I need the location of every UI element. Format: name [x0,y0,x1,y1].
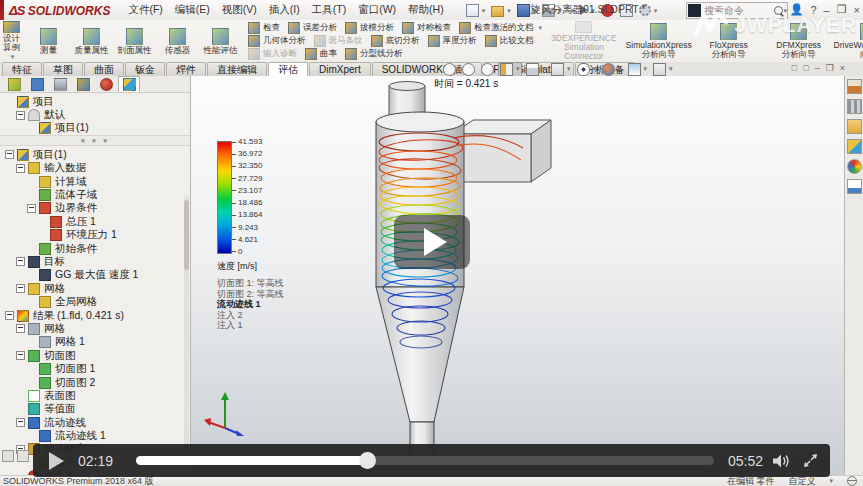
video-play-button[interactable] [49,452,64,470]
ribbon-button[interactable]: 底切分析 [371,35,420,47]
document-window-button[interactable]: ❐ [826,63,834,73]
tree-expander-icon[interactable] [16,351,25,360]
tree-item[interactable]: 全局网格 [0,295,190,308]
tree-item[interactable]: 环境压力 1 [0,229,190,242]
video-play-overlay[interactable] [394,215,470,269]
menu-item[interactable]: 帮助(H) [402,3,450,17]
volume-icon[interactable] [773,454,791,468]
video-progress-bar[interactable] [136,456,714,465]
heads-up-icon[interactable] [499,63,521,76]
heads-up-icon[interactable] [461,63,476,76]
menu-item[interactable]: 窗口(W) [352,3,402,17]
feature-manager-tab[interactable] [95,76,117,92]
tree-item[interactable]: 网格 [0,322,190,335]
tree-item[interactable]: 流动迹线 [0,416,190,429]
feature-manager-tab[interactable] [72,76,94,92]
tree-item[interactable]: 流体子域 [0,188,190,201]
tree-expander-icon[interactable] [16,111,25,120]
ribbon-button[interactable]: 对称检查 [402,22,451,34]
ribbon-button[interactable]: 传感器 [156,20,199,62]
tree-item[interactable]: 总压 1 [0,215,190,228]
xpress-wizard-button[interactable]: DFMXpress 分析向导 [764,20,834,62]
commandmanager-tab[interactable]: 特征 [2,62,42,76]
heads-up-icon[interactable] [550,63,572,76]
restore-button[interactable]: ❐ [837,3,847,16]
menu-item[interactable]: 文件(F) [122,3,168,17]
customize-caret[interactable]: ▾ [829,477,833,485]
tree-expander-icon[interactable] [27,204,36,213]
commandmanager-tab[interactable]: 评估 [268,62,308,76]
tree-expander-icon[interactable] [16,284,25,293]
feature-manager-tab[interactable] [26,76,48,92]
tree-item[interactable]: 计算域 [0,175,190,188]
ribbon-button[interactable]: 输入诊断 [248,48,297,60]
ribbon-button[interactable]: 检查 [248,22,280,34]
tree-item[interactable]: 切面图 [0,349,190,362]
tree-expander-icon[interactable] [16,418,25,427]
tree-expander-icon[interactable] [5,311,14,320]
heads-up-icon[interactable] [601,63,623,76]
xpress-wizard-button[interactable]: FloXpress 分析向导 [694,20,764,62]
commandmanager-tab[interactable]: 草图 [43,62,83,76]
tree-item[interactable]: 切面图 2 [0,376,190,389]
heads-up-icon[interactable] [442,63,457,76]
menu-item[interactable]: 视图(V) [216,3,263,17]
heads-up-icon[interactable] [480,63,495,76]
feature-manager-tab[interactable] [3,76,25,92]
tree-item[interactable]: 初始条件 [0,242,190,255]
quick-access-icon[interactable] [466,4,486,17]
ribbon-button[interactable]: 拔模分析 [345,22,394,34]
video-progress-knob[interactable] [359,452,376,469]
feature-manager-tab[interactable] [118,76,140,92]
tree-item[interactable]: 切面图 1 [0,362,190,375]
minimize-button[interactable]: – [824,4,830,16]
menu-item[interactable]: 工具(T) [306,3,352,17]
help-button[interactable]: ? [810,4,816,16]
ribbon-button[interactable]: 测量 [27,20,70,62]
document-window-button[interactable]: □ [803,63,808,73]
tree-item[interactable]: 项目 [0,95,190,108]
tree-item[interactable]: 等值面 [0,403,190,416]
design-study-button[interactable]: 设计算例 [0,20,23,62]
task-pane-icon[interactable] [847,159,862,174]
ribbon-button[interactable]: 斑马条纹 [314,35,363,47]
commandmanager-tab[interactable]: DimXpert [309,62,371,76]
heads-up-icon[interactable] [652,63,674,76]
search-scope-icon[interactable] [688,4,701,17]
ribbon-button[interactable]: 剖面属性 [113,20,156,62]
document-window-button[interactable]: □ [792,63,797,73]
tree-item[interactable]: 输入数据 [0,162,190,175]
close-button[interactable]: × [854,4,860,16]
tree-expander-icon[interactable] [16,257,25,266]
panel-splitter[interactable]: ● ● ● [0,135,190,146]
heads-up-icon[interactable] [525,63,547,76]
fullscreen-icon[interactable] [803,453,818,468]
document-window-button[interactable]: – [815,63,820,73]
commandmanager-tab[interactable]: 直接编辑 [207,62,267,76]
menu-item[interactable]: 编辑(E) [169,3,216,17]
ribbon-button[interactable]: 质量属性 [70,20,113,62]
graphics-area[interactable]: 时间 = 0.421 s 41.59336.97232.35027.72923.… [191,76,845,476]
search-input[interactable]: 搜索命令 [704,4,774,18]
ribbon-button[interactable]: 厚度分析 [428,35,477,47]
tree-item[interactable]: 项目(1) [0,148,190,161]
tree-item[interactable]: 默认 [0,108,190,121]
task-pane-icon[interactable] [847,179,862,194]
tree-item[interactable]: 项目(1) [0,122,190,135]
tree-expander-icon[interactable] [16,164,25,173]
tree-item[interactable]: 表面图 [0,389,190,402]
menu-item[interactable]: 插入(I) [263,3,306,17]
search-icon[interactable] [774,6,783,15]
tree-item[interactable]: 目标 [0,255,190,268]
3dexperience-connector-button[interactable]: 3DEXPERIENCE Simulation Connector [548,20,620,62]
magnify-icon[interactable] [17,450,29,462]
tree-scrollbar-thumb[interactable] [184,200,189,270]
heads-up-icon[interactable] [627,63,649,76]
ribbon-button[interactable]: 比较文档 [485,35,534,47]
tree-item[interactable]: 结果 (1.fld, 0.421 s) [0,309,190,322]
task-pane-icon[interactable] [847,79,862,94]
tree-item[interactable]: 网格 1 [0,336,190,349]
tree-item[interactable]: 网格 [0,282,190,295]
globe-icon[interactable] [847,476,857,486]
tree-expander-icon[interactable] [5,150,14,159]
